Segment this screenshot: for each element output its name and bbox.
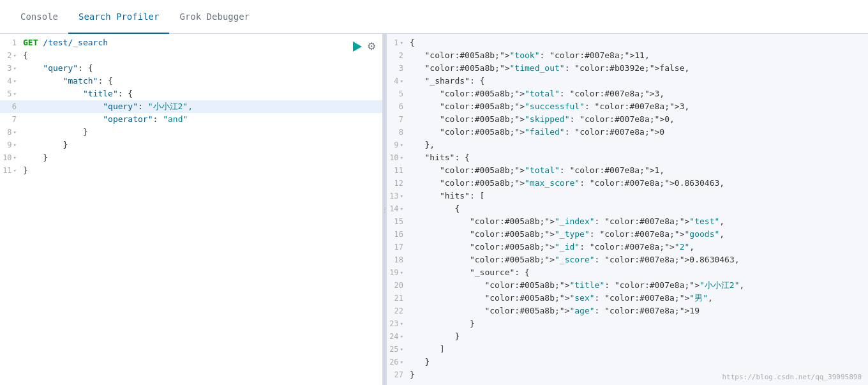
line-number: 18	[387, 253, 406, 266]
line-content: }	[406, 356, 430, 368]
response-line: 10▾ "hits": {	[387, 151, 868, 164]
line-number: 4▾	[0, 75, 19, 87]
line-content: "color:#005a8b;">"age": "color:#007e8a;"…	[406, 305, 700, 317]
code-line: 11▾}	[0, 164, 382, 177]
fold-arrow[interactable]: ▾	[13, 139, 17, 151]
line-number: 11▾	[0, 164, 19, 177]
response-line: 21 "color:#005a8b;">"sex": "color:#007e8…	[387, 292, 868, 305]
response-line: 24▾ }	[387, 330, 868, 343]
line-content: "color:#005a8b;">"skipped": "color:#007e…	[406, 113, 675, 126]
tab-search-profiler[interactable]: Search Profiler	[68, 0, 169, 34]
response-line: 22 "color:#005a8b;">"age": "color:#007e8…	[387, 305, 868, 317]
response-line: 5 "color:#005a8b;">"total": "color:#007e…	[387, 87, 868, 100]
line-content: "color:#005a8b;">"timed_out": "color:#b0…	[406, 62, 689, 75]
line-content: "color:#005a8b;">"successful": "color:#0…	[406, 100, 689, 113]
code-line: 7 "operator": "and"	[0, 113, 382, 126]
line-content: "title": {	[19, 87, 133, 100]
fold-arrow[interactable]: ▾	[13, 151, 17, 164]
line-number: 14▾	[387, 202, 406, 215]
line-number: 3▾	[0, 62, 19, 75]
response-line: 3 "color:#005a8b;">"timed_out": "color:#…	[387, 62, 868, 75]
line-number: 27	[387, 368, 406, 381]
fold-arrow[interactable]: ▾	[400, 36, 403, 49]
code-line: 2▾{	[0, 49, 382, 62]
response-line: 25▾ ]	[387, 343, 868, 356]
response-line: 4▾ "_shards": {	[387, 75, 868, 87]
fold-arrow[interactable]: ▾	[13, 49, 17, 62]
fold-arrow[interactable]: ▾	[13, 164, 17, 177]
line-number: 15	[387, 215, 406, 228]
fold-arrow[interactable]: ▾	[400, 266, 403, 279]
code-line: 6 "query": "小小江2",	[0, 100, 382, 113]
line-content: "_shards": {	[406, 75, 484, 87]
line-content: "color:#005a8b;">"_index": "color:#007e8…	[406, 215, 724, 228]
line-content: "color:#005a8b;">"total": "color:#007e8a…	[406, 164, 664, 177]
fold-arrow[interactable]: ▾	[400, 356, 403, 368]
fold-arrow[interactable]: ▾	[400, 343, 403, 356]
run-button[interactable]	[353, 40, 362, 52]
line-number: 1	[0, 36, 19, 49]
response-line: 14▾ {	[387, 202, 868, 215]
code-line: 5▾ "title": {	[0, 87, 382, 100]
line-content: GET /test/_search	[19, 36, 108, 49]
fold-arrow[interactable]: ▾	[13, 87, 17, 100]
line-content: ]	[406, 343, 445, 356]
line-content: "query": "小小江2",	[19, 100, 193, 113]
fold-arrow[interactable]: ▾	[400, 75, 403, 87]
tab-grok-debugger[interactable]: Grok Debugger	[169, 0, 260, 34]
line-content: {	[406, 202, 460, 215]
line-content: "match": {	[19, 75, 113, 87]
response-line: 9▾ },	[387, 139, 868, 151]
line-content: "color:#005a8b;">"title": "color:#007e8a…	[406, 279, 744, 292]
line-number: 10▾	[387, 151, 406, 164]
response-line: 17 "color:#005a8b;">"_id": "color:#007e8…	[387, 241, 868, 253]
fold-arrow[interactable]: ▾	[13, 62, 17, 75]
wrench-icon: ⚙	[367, 40, 376, 52]
response-line: 23▾ }	[387, 317, 868, 330]
settings-button[interactable]: ⚙	[367, 40, 376, 52]
line-number: 23▾	[387, 317, 406, 330]
fold-arrow[interactable]: ▾	[400, 151, 403, 164]
line-content: }	[19, 164, 28, 177]
fold-arrow[interactable]: ▾	[400, 330, 403, 343]
response-line: 13▾ "hits": [	[387, 190, 868, 202]
query-editor[interactable]: 1GET /test/_search2▾{3▾ "query": {4▾ "ma…	[0, 34, 382, 385]
line-number: 5	[387, 87, 406, 100]
line-content: }	[406, 317, 475, 330]
fold-arrow[interactable]: ▾	[400, 190, 403, 202]
line-number: 25▾	[387, 343, 406, 356]
tab-console[interactable]: Console	[10, 0, 68, 34]
response-line: 18 "color:#005a8b;">"_score": "color:#00…	[387, 253, 868, 266]
response-line: 19▾ "_source": {	[387, 266, 868, 279]
line-content: "operator": "and"	[19, 113, 188, 126]
play-icon	[353, 42, 362, 52]
fold-arrow[interactable]: ▾	[13, 75, 17, 87]
response-line: 26▾ }	[387, 356, 868, 368]
response-line: 8 "color:#005a8b;">"failed": "color:#007…	[387, 126, 868, 139]
line-content: }	[406, 330, 460, 343]
line-number: 13▾	[387, 190, 406, 202]
line-number: 7	[387, 113, 406, 126]
line-number: 24▾	[387, 330, 406, 343]
response-line: 11 "color:#005a8b;">"total": "color:#007…	[387, 164, 868, 177]
watermark: https://blog.csdn.net/qq_39095890	[722, 373, 862, 381]
line-number: 8▾	[0, 126, 19, 139]
line-number: 22	[387, 305, 406, 317]
fold-arrow[interactable]: ▾	[13, 126, 17, 139]
response-line: 12 "color:#005a8b;">"max_score": "color:…	[387, 177, 868, 190]
response-line: 20 "color:#005a8b;">"title": "color:#007…	[387, 279, 868, 292]
fold-arrow[interactable]: ▾	[400, 317, 403, 330]
fold-arrow[interactable]: ▾	[400, 202, 403, 215]
fold-arrow[interactable]: ▾	[400, 139, 403, 151]
toolbar: ⚙	[353, 40, 376, 52]
line-number: 6	[387, 100, 406, 113]
line-number: 16	[387, 228, 406, 241]
code-line: 4▾ "match": {	[0, 75, 382, 87]
line-number: 1▾	[387, 36, 406, 49]
line-content: "hits": {	[406, 151, 470, 164]
line-number: 7	[0, 113, 19, 126]
line-content: "color:#005a8b;">"failed": "color:#007e8…	[406, 126, 664, 139]
line-content: }	[406, 368, 415, 381]
line-number: 19▾	[387, 266, 406, 279]
line-number: 3	[387, 62, 406, 75]
